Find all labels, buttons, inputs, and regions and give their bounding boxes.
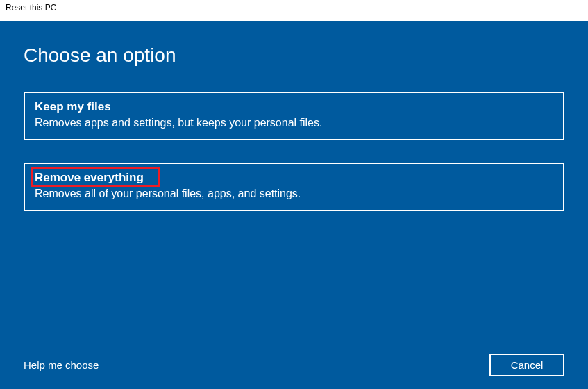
window-title: Reset this PC <box>6 3 56 13</box>
cancel-button[interactable]: Cancel <box>489 354 564 376</box>
option-remove-everything[interactable]: Remove everything Removes all of your pe… <box>24 163 564 211</box>
option-title: Remove everything <box>35 171 144 185</box>
main-panel: Choose an option Keep my files Removes a… <box>0 21 588 389</box>
option-keep-my-files[interactable]: Keep my files Removes apps and settings,… <box>24 92 564 140</box>
window-header: Reset this PC <box>0 0 588 21</box>
help-me-choose-link[interactable]: Help me choose <box>24 359 99 371</box>
footer: Help me choose Cancel <box>24 354 564 376</box>
option-desc: Removes apps and settings, but keeps you… <box>35 117 553 129</box>
option-desc: Removes all of your personal files, apps… <box>35 188 553 200</box>
page-title: Choose an option <box>24 44 564 67</box>
option-title: Keep my files <box>35 100 111 114</box>
